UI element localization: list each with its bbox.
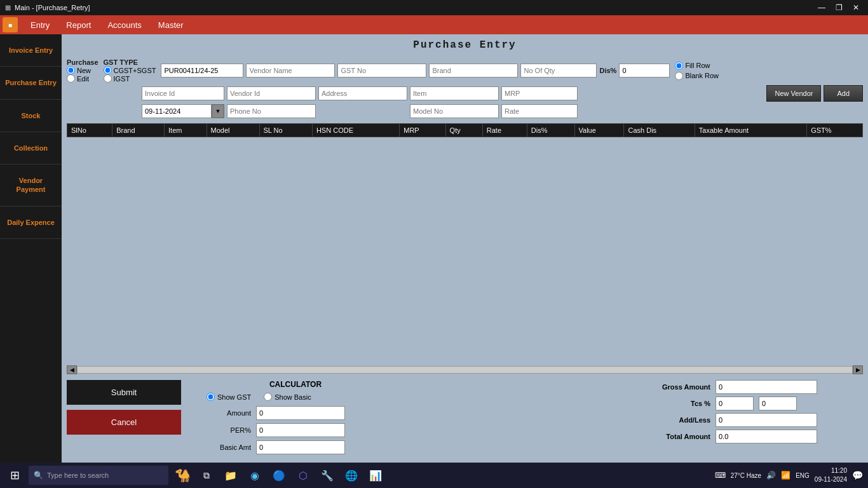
total-amount-input[interactable] [715,430,817,444]
date-picker-button[interactable]: ▼ [212,104,224,118]
basic-amt-label: Basic Amt [207,444,251,451]
col-mrp: MRP [400,124,445,137]
fill-row-label[interactable]: Fill Row [675,62,719,70]
dis-input[interactable] [619,64,670,78]
page-title: Purchase Entry [62,34,868,56]
col-taxable: Taxable Amount [695,124,806,137]
browser-icon[interactable]: ◉ [245,465,265,485]
tcs-row: Tcs % [647,396,863,410]
taskbar: ⊞ 🔍 Type here to search 🐪 ⧉ 📁 ◉ 🔵 ⬡ 🔧 🌐 … [0,463,868,488]
tcs-value-input[interactable] [759,396,797,410]
item-input[interactable] [410,86,499,100]
new-vendor-button[interactable]: New Vendor [766,85,821,102]
purchase-no-input[interactable] [161,64,243,78]
cancel-button[interactable]: Cancel [67,410,181,435]
col-hsn: HSN CODE [312,124,399,137]
chart-icon[interactable]: 📊 [365,465,386,485]
menu-entry[interactable]: Entry [23,18,57,32]
radio-fill-row[interactable] [675,62,683,70]
menu-master[interactable]: Master [151,18,191,32]
radio-blank-row[interactable] [675,72,683,80]
gst-no-input[interactable] [337,64,426,78]
summary: Gross Amount Tcs % Add/Less Total Amount [647,380,863,446]
brand-input[interactable] [429,64,518,78]
vendor-id-input[interactable] [227,86,316,100]
form-row-1: Purchase New Edit GST TYPE CGST+ [67,58,863,83]
add-button[interactable]: Add [824,85,863,102]
keyboard-icon: ⌨ [715,471,726,480]
model-no-input[interactable] [410,104,499,118]
taskbar-time: 11:20 09-11-2024 [815,466,847,484]
radio-new-label[interactable]: New [67,66,98,74]
data-table-container: SlNo Brand Item Model SL No HSN CODE MRP… [67,123,863,365]
bottom-section: Submit Cancel CALCULATOR Show GST Show B… [62,375,868,463]
col-slno2: SL No [259,124,312,137]
radio-igst[interactable] [104,74,112,83]
menu-report[interactable]: Report [58,18,98,32]
calc-amount-field: Amount [207,406,384,420]
content-area: Purchase Entry Purchase New Edit [62,34,868,463]
titlebar: ⊞ Main - [Purchase_Retry] — ❐ ✕ [0,0,868,15]
table-header-row: SlNo Brand Item Model SL No HSN CODE MRP… [67,124,863,137]
add-less-row: Add/Less [647,413,863,427]
basic-amt-input[interactable] [256,440,345,454]
sidebar: Invoice Entry Purchase Entry Stock Colle… [0,34,62,463]
radio-edit[interactable] [67,74,75,83]
app-logo: ■ [3,17,18,32]
gross-amount-input[interactable] [715,380,817,394]
radio-edit-label[interactable]: Edit [67,74,98,83]
show-basic-label[interactable]: Show Basic [264,393,311,401]
submit-button[interactable]: Submit [67,380,181,405]
amount-input[interactable] [256,406,345,420]
sidebar-item-purchase-entry[interactable]: Purchase Entry [0,67,62,99]
address-input[interactable] [318,86,407,100]
radio-new[interactable] [67,66,75,74]
show-gst-label[interactable]: Show GST [207,393,251,401]
col-value: Value [574,124,624,137]
restore-button[interactable]: ❐ [832,3,846,12]
radio-igst-label[interactable]: IGST [104,74,156,83]
task-view-button[interactable]: ⧉ [196,465,217,485]
invoice-id-input[interactable] [142,86,224,100]
sidebar-item-vendor-payment[interactable]: Vendor Payment [0,165,62,207]
notification-icon[interactable]: 💬 [852,470,863,480]
rate-input[interactable] [501,104,578,118]
add-less-input[interactable] [715,413,817,427]
blank-row-label[interactable]: Blank Row [675,72,719,80]
menu-accounts[interactable]: Accounts [100,18,149,32]
sidebar-item-collection[interactable]: Collection [0,132,62,165]
radio-cgst[interactable] [104,66,112,74]
amount-label: Amount [207,409,251,417]
date-input[interactable] [142,104,212,118]
scroll-right-button[interactable]: ▶ [853,365,863,374]
speaker-icon: 🔊 [766,471,776,480]
start-button[interactable]: ⊞ [5,466,25,485]
radio-show-gst[interactable] [207,393,215,401]
minimize-button[interactable]: — [814,3,829,12]
sidebar-item-invoice-entry[interactable]: Invoice Entry [0,34,62,67]
close-button[interactable]: ✕ [849,3,863,12]
tool-icon[interactable]: 🔧 [317,465,337,485]
scroll-left-button[interactable]: ◀ [67,365,77,374]
window-title: ⊞ Main - [Purchase_Retry] [5,4,90,12]
gst-type-label: GST TYPE [104,58,156,66]
file-explorer-icon[interactable]: 📁 [220,465,241,485]
no-of-qty-input[interactable] [520,64,597,78]
radio-cgst-label[interactable]: CGST+SGST [104,66,156,74]
search-bar[interactable]: 🔍 Type here to search [29,466,168,485]
radio-show-basic[interactable] [264,393,272,401]
tcs-pct-input[interactable] [715,396,754,410]
sidebar-item-stock[interactable]: Stock [0,100,62,132]
vendor-name-input[interactable] [246,64,335,78]
chrome-icon[interactable]: 🔵 [269,465,289,485]
sidebar-item-daily-expence[interactable]: Daily Expence [0,207,62,239]
phone-input[interactable] [227,104,316,118]
scroll-track[interactable] [77,366,853,374]
window-controls: — ❐ ✕ [814,3,863,12]
vs-icon[interactable]: ⬡ [293,465,313,485]
mrp-input[interactable] [501,86,578,100]
globe-icon[interactable]: 🌐 [341,465,362,485]
gross-amount-row: Gross Amount [647,380,863,394]
per-input[interactable] [256,423,345,437]
col-qty: Qty [445,124,482,137]
